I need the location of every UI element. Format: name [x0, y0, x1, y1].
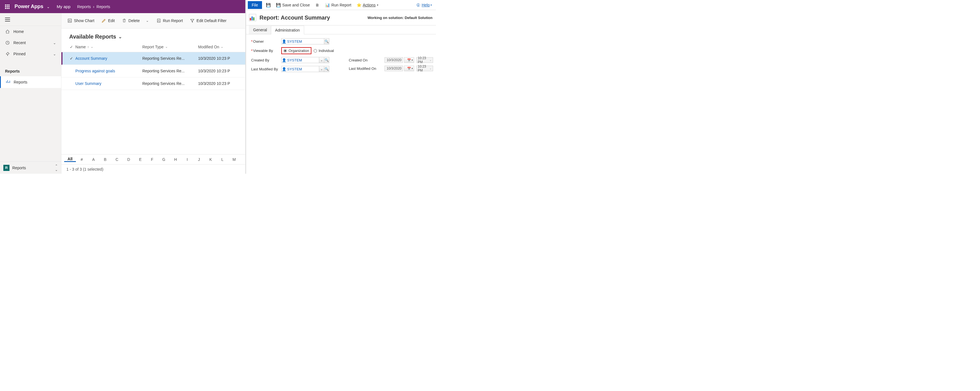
breadcrumb-0[interactable]: Reports [77, 5, 91, 9]
brand-dropdown-icon[interactable]: ⌄ [46, 5, 50, 9]
home-icon [5, 29, 10, 34]
sort-asc-icon: ↑ [88, 45, 89, 49]
row-modified: 10/3/2020 10:23 P [198, 56, 245, 61]
status-text: 1 - 3 of 3 (1 selected) [67, 167, 103, 171]
entity-icon [249, 14, 256, 21]
run-report-button[interactable]: 📊Run Report [324, 2, 352, 8]
save-icon: 💾 [266, 3, 271, 8]
alpha-letter[interactable]: F [146, 157, 158, 162]
row-name[interactable]: User Summary [75, 81, 142, 86]
save-as-icon: 🗎 [315, 3, 320, 8]
breadcrumb-1[interactable]: Reports [97, 5, 110, 9]
sidebar-item-label: Recent [13, 40, 25, 45]
funnel-icon [190, 18, 194, 23]
row-modified: 10/3/2020 10:23 P [198, 69, 245, 73]
environment-switcher[interactable]: R Reports ⌃⌄ [0, 161, 61, 174]
row-type: Reporting Services Re... [142, 69, 198, 73]
delete-split-button[interactable]: ⌄ [144, 17, 150, 24]
actions-menu[interactable]: ⭐Actions▾ [355, 2, 380, 8]
alpha-letter[interactable]: B [99, 157, 111, 162]
sidebar-item-home[interactable]: Home [0, 26, 61, 37]
edit-default-filter-button[interactable]: Edit Default Filter [187, 17, 229, 25]
last-modified-on-time[interactable]: 10:23 PM⌄ [416, 65, 433, 71]
calendar-icon[interactable]: 📅 [404, 57, 414, 63]
table-row[interactable]: User Summary Reporting Services Re... 10… [61, 77, 245, 90]
tab-general[interactable]: General [249, 26, 271, 34]
column-modified[interactable]: Modified On⌄ [198, 45, 245, 49]
last-modified-on-date[interactable]: 📅 [385, 65, 414, 71]
env-badge: R [3, 165, 10, 171]
show-chart-icon [68, 18, 72, 23]
main-pane: Show Chart Edit Delete ⌄ Run Report [61, 13, 245, 174]
lookup-search-icon[interactable]: 🔍 [324, 57, 329, 63]
alpha-letter[interactable]: K [205, 157, 216, 162]
row-name[interactable]: Account Summary [75, 56, 142, 61]
owner-lookup[interactable]: 👤 SYSTEM 🔍 [281, 38, 329, 45]
app-name[interactable]: My app [57, 4, 70, 9]
status-bar: 1 - 3 of 3 (1 selected) [61, 164, 245, 174]
alpha-letter[interactable]: M [228, 157, 240, 162]
save-button[interactable]: 💾 [265, 2, 272, 8]
created-by-label: Created By [251, 58, 279, 62]
chevron-down-icon: ⌄ [221, 45, 223, 49]
sidebar-toggle[interactable] [0, 13, 61, 26]
brand-title: Power Apps [14, 4, 43, 10]
alpha-letter[interactable]: L [216, 157, 228, 162]
save-and-close-button[interactable]: 💾Save and Close [275, 2, 311, 8]
column-name[interactable]: Name↑⌄ [75, 45, 142, 49]
sidebar-subitem-label: Reports [14, 80, 27, 85]
alpha-letter[interactable]: H [170, 157, 181, 162]
chevron-down-icon: ⌄ [53, 52, 56, 56]
created-on-time[interactable]: 10:23 PM⌄ [416, 57, 433, 63]
sidebar-item-pinned[interactable]: Pinned ⌄ [0, 48, 61, 59]
alpha-all[interactable]: All [64, 157, 76, 162]
alpha-letter[interactable]: J [193, 157, 205, 162]
grid-header: ✓ Name↑⌄ Report Type⌄ Modified On⌄ [61, 41, 245, 52]
alpha-letter[interactable]: E [135, 157, 146, 162]
lookup-search-icon[interactable]: 🔍 [324, 38, 329, 44]
expand-icon: ⌃⌄ [55, 164, 58, 172]
app-header: Power Apps ⌄ My app Reports › Reports [0, 0, 245, 13]
chevron-down-icon: ⌄ [91, 45, 93, 49]
lookup-search-icon[interactable]: 🔍 [324, 66, 329, 72]
help-link[interactable]: 🛈Help▾ [416, 3, 434, 8]
file-tab[interactable]: File [248, 1, 262, 9]
waffle-icon[interactable] [5, 5, 10, 9]
select-all-checkbox[interactable]: ✓ [68, 45, 75, 49]
trash-icon [122, 18, 126, 23]
save-as-button[interactable]: 🗎 [313, 2, 321, 8]
show-chart-button[interactable]: Show Chart [65, 17, 97, 25]
alpha-letter[interactable]: # [76, 157, 88, 162]
alpha-letter[interactable]: A [88, 157, 99, 162]
created-on-date[interactable]: 📅 [385, 57, 414, 63]
viewable-individual-radio[interactable]: Individual [313, 49, 334, 53]
page-title: Report: Account Summary [259, 14, 330, 21]
delete-button[interactable]: Delete [119, 17, 142, 25]
alpha-letter[interactable]: D [123, 157, 135, 162]
last-modified-by-lookup[interactable]: 👤 SYSTEM ⌄ 🔍 [281, 66, 329, 72]
column-type[interactable]: Report Type⌄ [142, 45, 198, 49]
tab-administration[interactable]: Administration [271, 26, 304, 34]
edit-button[interactable]: Edit [99, 17, 118, 25]
lookup-expand-icon[interactable]: ⌄ [319, 57, 324, 63]
viewable-organization-radio[interactable]: Organization [281, 47, 312, 54]
lookup-expand-icon[interactable]: ⌄ [319, 66, 324, 72]
sidebar-item-recent[interactable]: Recent ⌄ [0, 37, 61, 48]
alpha-index: All # A B C D E F G H I J K L M [61, 154, 245, 164]
alpha-letter[interactable]: G [158, 157, 170, 162]
last-modified-on-date-input[interactable] [385, 65, 403, 71]
alpha-letter[interactable]: I [181, 157, 193, 162]
table-row[interactable]: Progress against goals Reporting Service… [61, 65, 245, 77]
sidebar-subitem-reports[interactable]: Reports [0, 76, 61, 88]
view-title[interactable]: Available Reports ⌄ [61, 29, 245, 41]
calendar-icon[interactable]: 📅 [404, 65, 414, 71]
row-check[interactable]: ✓ [68, 56, 75, 61]
created-on-date-input[interactable] [385, 57, 403, 63]
power-apps-pane: Power Apps ⌄ My app Reports › Reports Ho… [0, 0, 245, 174]
run-report-button[interactable]: Run Report [154, 17, 186, 25]
created-by-lookup[interactable]: 👤 SYSTEM ⌄ 🔍 [281, 57, 329, 63]
alpha-letter[interactable]: C [111, 157, 123, 162]
table-row[interactable]: ✓ Account Summary Reporting Services Re.… [61, 52, 245, 65]
row-name[interactable]: Progress against goals [75, 69, 142, 73]
editor-tabs: General Administration [246, 26, 436, 34]
